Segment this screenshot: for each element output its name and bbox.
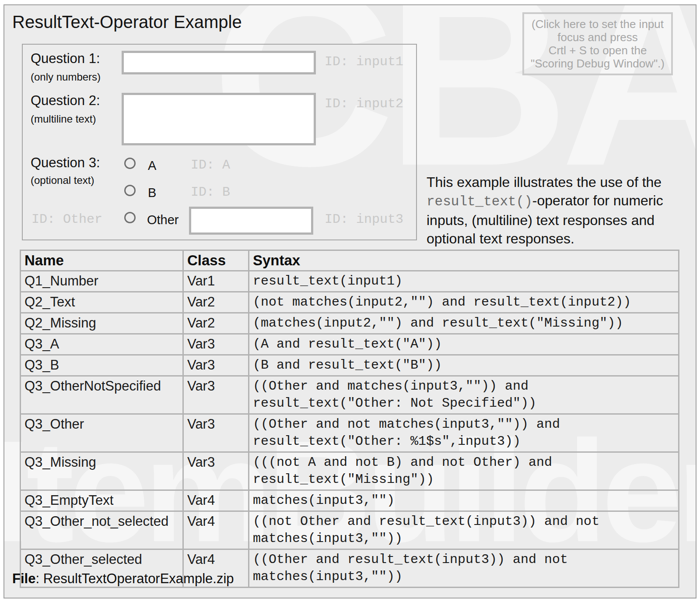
radio-option-a[interactable] [124, 158, 136, 169]
class-cell: Var4 [183, 511, 249, 549]
name-cell: Q3_B [21, 355, 183, 376]
question2-hint: (multiline text) [31, 113, 96, 125]
header-syntax: Syntax [249, 250, 679, 271]
option-b-id-label: ID: B [191, 185, 230, 200]
page-canvas: CBA ItemBuilder ResultText-Operator Exam… [4, 4, 696, 598]
table-row: Q3_EmptyTextVar4matches(input3,"") [21, 490, 679, 511]
table-row: Q2_TextVar2(not matches(input2,"") and r… [21, 292, 679, 313]
option-other-id-label: ID: Other [32, 212, 102, 227]
class-cell: Var3 [183, 355, 249, 376]
syntax-table-body: Q1_NumberVar1result_text(input1)Q2_TextV… [21, 271, 679, 588]
table-row: Q3_OtherNotSpecifiedVar3((Other and matc… [21, 376, 679, 414]
name-cell: Q3_OtherNotSpecified [21, 376, 183, 414]
question3-hint: (optional text) [31, 174, 94, 187]
class-cell: Var2 [183, 313, 249, 334]
table-row: Q3_AVar3(A and result_text("A")) [21, 334, 679, 355]
question-form: Question 1: (only numbers) ID: input1 Qu… [22, 44, 417, 240]
syntax-cell: ((Other and not matches(input3,"")) and … [249, 414, 679, 452]
table-row: Q1_NumberVar1result_text(input1) [21, 271, 679, 292]
name-cell: Q3_Other [21, 414, 183, 452]
syntax-cell: ((not Other and result_text(input3)) and… [249, 511, 679, 549]
question1-input[interactable] [122, 51, 316, 74]
class-cell: Var3 [183, 376, 249, 414]
class-cell: Var4 [183, 490, 249, 511]
syntax-table: Name Class Syntax Q1_NumberVar1result_te… [20, 250, 679, 588]
page-title: ResultText-Operator Example [12, 12, 242, 32]
syntax-cell: result_text(input1) [249, 271, 679, 292]
class-cell: Var3 [183, 452, 249, 490]
syntax-cell: (not matches(input2,"") and result_text(… [249, 292, 679, 313]
radio-option-other[interactable] [124, 212, 136, 223]
syntax-cell: (A and result_text("A")) [249, 334, 679, 355]
name-cell: Q3_Other_not_selected [21, 511, 183, 549]
name-cell: Q2_Missing [21, 313, 183, 334]
note-line: "Scoring Debug Window".) [526, 57, 669, 70]
name-cell: Q2_Text [21, 292, 183, 313]
class-cell: Var3 [183, 414, 249, 452]
file-footer: File: ResultTextOperatorExample.zip [12, 571, 234, 587]
table-header-row: Name Class Syntax [21, 250, 679, 271]
question2-textarea[interactable] [122, 93, 316, 145]
table-row: Q3_Other_not_selectedVar4((not Other and… [21, 511, 679, 549]
name-cell: Q1_Number [21, 271, 183, 292]
table-row: Q2_MissingVar2(matches(input2,"") and re… [21, 313, 679, 334]
option-a-id-label: ID: A [191, 158, 230, 173]
class-cell: Var2 [183, 292, 249, 313]
class-cell: Var1 [183, 271, 249, 292]
file-label: File [12, 571, 35, 586]
syntax-cell: (matches(input2,"") and result_text("Mis… [249, 313, 679, 334]
table-row: Q3_BVar3(B and result_text("B")) [21, 355, 679, 376]
radio-option-b-label: B [148, 186, 156, 200]
description-code: result_text() [427, 194, 532, 209]
header-name: Name [21, 250, 183, 271]
question3-label: Question 3: [31, 155, 100, 171]
question2-id-label: ID: input2 [325, 96, 403, 111]
name-cell: Q3_A [21, 334, 183, 355]
name-cell: Q3_EmptyText [21, 490, 183, 511]
table-row: Q3_OtherVar3((Other and not matches(inpu… [21, 414, 679, 452]
scoring-debug-note[interactable]: (Click here to set the input focus and p… [522, 12, 673, 75]
note-line: (Click here to set the input [526, 18, 669, 31]
name-cell: Q3_Missing [21, 452, 183, 490]
radio-option-a-label: A [148, 158, 156, 173]
question3-input-id-label: ID: input3 [325, 212, 403, 227]
note-line: focus and press [526, 31, 669, 44]
question1-label: Question 1: [31, 51, 100, 67]
class-cell: Var3 [183, 334, 249, 355]
question1-id-label: ID: input1 [325, 54, 403, 69]
question3-other-input[interactable] [189, 207, 313, 235]
question1-hint: (only numbers) [31, 71, 101, 83]
syntax-cell: ((Other and result_text(input3)) and not… [249, 549, 679, 588]
example-description: This example illustrates the use of the … [427, 173, 677, 248]
header-class: Class [183, 250, 249, 271]
question2-label: Question 2: [31, 93, 100, 109]
syntax-cell: matches(input3,"") [249, 490, 679, 511]
syntax-cell: ((Other and matches(input3,"")) and resu… [249, 376, 679, 414]
syntax-cell: (((not A and not B) and not Other) and r… [249, 452, 679, 490]
radio-option-b[interactable] [124, 185, 136, 196]
table-row: Q3_MissingVar3(((not A and not B) and no… [21, 452, 679, 490]
radio-option-other-label: Other [147, 213, 179, 227]
note-line: Crtl + S to open the [526, 44, 669, 57]
description-prefix: This example illustrates the use of the [427, 174, 662, 190]
file-name: : ResultTextOperatorExample.zip [35, 571, 234, 586]
syntax-cell: (B and result_text("B")) [249, 355, 679, 376]
